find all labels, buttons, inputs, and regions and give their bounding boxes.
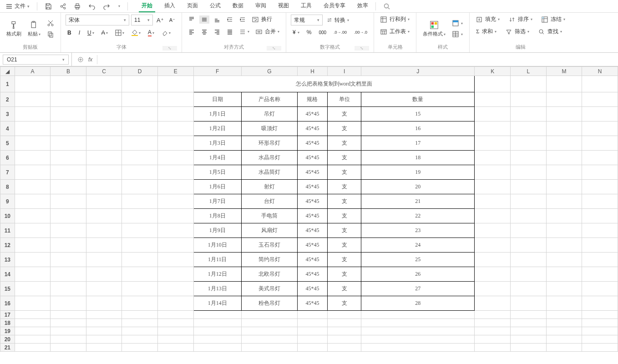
empty-cell[interactable]	[15, 107, 51, 121]
empty-cell[interactable]	[546, 335, 582, 344]
empty-cell[interactable]	[193, 344, 241, 352]
empty-cell[interactable]	[51, 107, 86, 121]
data-cell[interactable]: 23	[361, 223, 475, 238]
data-cell[interactable]: 26	[361, 267, 475, 282]
data-cell[interactable]: 支	[328, 253, 361, 267]
col-header[interactable]: A	[15, 67, 51, 76]
empty-cell[interactable]	[86, 209, 122, 223]
empty-cell[interactable]	[546, 92, 582, 107]
empty-cell[interactable]	[15, 209, 51, 223]
empty-cell[interactable]	[546, 165, 582, 180]
empty-cell[interactable]	[86, 253, 122, 267]
empty-cell[interactable]	[582, 282, 618, 296]
data-cell[interactable]: 支	[328, 282, 361, 296]
empty-cell[interactable]	[86, 223, 122, 238]
data-cell[interactable]: 28	[361, 296, 475, 311]
empty-cell[interactable]	[582, 121, 618, 136]
empty-cell[interactable]	[86, 107, 122, 121]
expand-fx-icon[interactable]	[77, 56, 84, 63]
wrap-button[interactable]: 换行	[250, 15, 274, 24]
empty-cell[interactable]	[86, 151, 122, 165]
empty-cell[interactable]	[582, 238, 618, 253]
data-cell[interactable]: 支	[328, 194, 361, 209]
empty-cell[interactable]	[86, 194, 122, 209]
spreadsheet-grid[interactable]: ◢ABCDEFGHIJKLMN1怎么把表格复制到word文档里面2日期产品名称规…	[0, 66, 618, 364]
data-cell[interactable]: 1月12日	[193, 267, 241, 282]
empty-cell[interactable]	[157, 253, 193, 267]
empty-cell[interactable]	[86, 136, 122, 151]
empty-cell[interactable]	[582, 151, 618, 165]
data-cell[interactable]: 水晶吊灯	[241, 151, 297, 165]
empty-cell[interactable]	[361, 319, 475, 327]
empty-cell[interactable]	[51, 319, 86, 327]
font-size-select[interactable]: 11▾	[131, 15, 153, 25]
empty-cell[interactable]	[51, 180, 86, 194]
empty-cell[interactable]	[51, 327, 86, 335]
increase-font-button[interactable]: A⁺	[155, 16, 166, 25]
empty-cell[interactable]	[582, 335, 618, 344]
empty-cell[interactable]	[297, 319, 327, 327]
data-cell[interactable]: 1月9日	[193, 223, 241, 238]
empty-cell[interactable]	[51, 76, 86, 92]
empty-cell[interactable]	[193, 327, 241, 335]
align-top-button[interactable]	[187, 15, 197, 24]
data-cell[interactable]: 45*45	[297, 194, 327, 209]
empty-cell[interactable]	[15, 121, 51, 136]
empty-cell[interactable]	[582, 76, 618, 92]
empty-cell[interactable]	[511, 311, 547, 319]
data-cell[interactable]: 支	[328, 107, 361, 121]
empty-cell[interactable]	[51, 238, 86, 253]
empty-cell[interactable]	[511, 296, 547, 311]
select-all-corner[interactable]: ◢	[0, 67, 15, 76]
convert-button[interactable]: 转换	[324, 15, 351, 25]
empty-cell[interactable]	[511, 180, 547, 194]
empty-cell[interactable]	[15, 165, 51, 180]
empty-cell[interactable]	[475, 107, 511, 121]
empty-cell[interactable]	[86, 311, 122, 319]
table-style-button[interactable]	[450, 30, 465, 39]
data-cell[interactable]: 45*45	[297, 151, 327, 165]
row-header[interactable]: 3	[0, 107, 15, 121]
empty-cell[interactable]	[15, 319, 51, 327]
empty-cell[interactable]	[582, 180, 618, 194]
empty-cell[interactable]	[546, 238, 582, 253]
tab-start[interactable]: 开始	[139, 0, 155, 12]
header-cell[interactable]: 规格	[297, 92, 327, 107]
empty-cell[interactable]	[582, 194, 618, 209]
empty-cell[interactable]	[582, 311, 618, 319]
empty-cell[interactable]	[546, 253, 582, 267]
empty-cell[interactable]	[582, 296, 618, 311]
empty-cell[interactable]	[546, 344, 582, 352]
fx-icon[interactable]: fx	[88, 56, 92, 63]
empty-cell[interactable]	[122, 319, 158, 327]
comma-button[interactable]: 000	[317, 29, 328, 36]
empty-cell[interactable]	[157, 180, 193, 194]
empty-cell[interactable]	[51, 267, 86, 282]
empty-cell[interactable]	[157, 296, 193, 311]
data-cell[interactable]: 支	[328, 209, 361, 223]
row-header[interactable]: 20	[0, 335, 15, 344]
empty-cell[interactable]	[582, 253, 618, 267]
data-cell[interactable]: 22	[361, 209, 475, 223]
undo-button[interactable]	[86, 1, 98, 11]
empty-cell[interactable]	[122, 151, 158, 165]
empty-cell[interactable]	[475, 327, 511, 335]
empty-cell[interactable]	[15, 92, 51, 107]
empty-cell[interactable]	[546, 121, 582, 136]
align-middle-button[interactable]	[199, 15, 209, 24]
data-cell[interactable]: 支	[328, 121, 361, 136]
data-cell[interactable]: 支	[328, 296, 361, 311]
data-cell[interactable]: 台灯	[241, 194, 297, 209]
data-cell[interactable]: 45*45	[297, 296, 327, 311]
empty-cell[interactable]	[582, 327, 618, 335]
empty-cell[interactable]	[546, 223, 582, 238]
tab-page[interactable]: 页面	[184, 0, 201, 12]
empty-cell[interactable]	[122, 136, 158, 151]
row-header[interactable]: 4	[0, 121, 15, 136]
empty-cell[interactable]	[297, 327, 327, 335]
empty-cell[interactable]	[546, 76, 582, 92]
align-center-button[interactable]	[199, 28, 209, 36]
empty-cell[interactable]	[511, 136, 547, 151]
data-cell[interactable]: 15	[361, 107, 475, 121]
copy-button[interactable]	[45, 30, 56, 39]
